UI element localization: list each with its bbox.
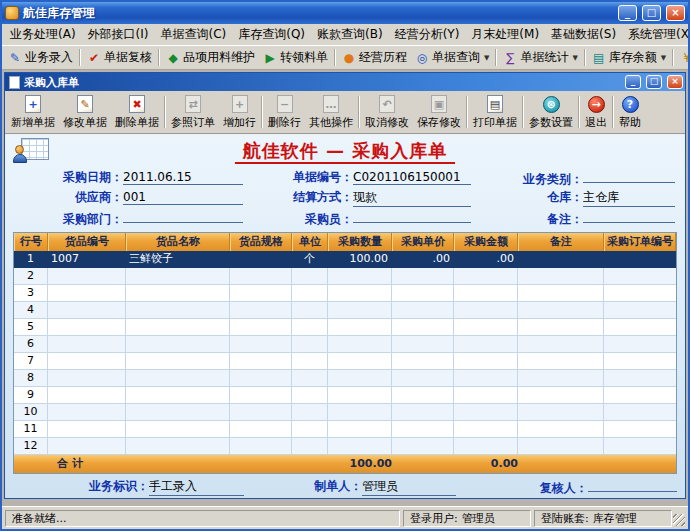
grid-cell-amount[interactable] [454, 353, 518, 370]
supplier-value[interactable]: 001 [123, 190, 243, 205]
grid-cell-rowno[interactable]: 10 [14, 404, 48, 421]
grid-cell-rowno[interactable]: 1 [14, 251, 48, 268]
maximize-button[interactable]: □ [642, 5, 661, 21]
toolbar-payable-balance[interactable]: ¥ 应付款余额 [676, 47, 688, 68]
menu-account-query[interactable]: 账款查询(B) [311, 24, 389, 45]
grid-cell-qty[interactable] [328, 268, 392, 285]
save-edit-button[interactable]: ▣ 保存修改 [413, 92, 465, 132]
grid-cell-amount[interactable] [454, 421, 518, 438]
grid-cell-amount[interactable] [454, 438, 518, 455]
grid-cell-price[interactable] [392, 438, 454, 455]
menu-external[interactable]: 外部接口(I) [82, 24, 155, 45]
grid-cell-remark[interactable] [518, 251, 604, 268]
grid-cell-code[interactable] [48, 285, 126, 302]
grid-cell-remark[interactable] [518, 404, 604, 421]
grid-cell-unit[interactable] [292, 336, 328, 353]
minimize-button[interactable]: _ [618, 5, 637, 21]
warehouse-value[interactable]: 主仓库 [583, 189, 675, 207]
grid-cell-code[interactable] [48, 319, 126, 336]
grid-cell-order-no[interactable] [604, 404, 676, 421]
grid-cell-name[interactable] [126, 387, 230, 404]
grid-cell-unit[interactable] [292, 353, 328, 370]
add-row-button[interactable]: + 增加行 [219, 92, 260, 132]
delete-row-button[interactable]: − 删除行 [264, 92, 305, 132]
grid-cell-spec[interactable] [230, 438, 292, 455]
grid-cell-price[interactable] [392, 404, 454, 421]
grid-cell-qty[interactable] [328, 285, 392, 302]
menu-doc-query[interactable]: 单据查询(C) [154, 24, 232, 45]
grid-cell-amount[interactable] [454, 404, 518, 421]
grid-cell-qty[interactable] [328, 387, 392, 404]
grid-cell-name[interactable]: 三鲜饺子 [126, 251, 230, 268]
grid-cell-spec[interactable] [230, 319, 292, 336]
grid-cell-rowno[interactable]: 2 [14, 268, 48, 285]
grid-cell-order-no[interactable] [604, 336, 676, 353]
grid-cell-amount[interactable] [454, 319, 518, 336]
grid-cell-order-no[interactable] [604, 251, 676, 268]
grid-cell-order-no[interactable] [604, 438, 676, 455]
grid-cell-price[interactable] [392, 336, 454, 353]
grid-cell-price[interactable] [392, 319, 454, 336]
grid-cell-unit[interactable] [292, 268, 328, 285]
menu-base-data[interactable]: 基础数据(S) [545, 24, 622, 45]
grid-cell-name[interactable] [126, 421, 230, 438]
menu-analysis[interactable]: 经营分析(Y) [389, 24, 466, 45]
grid-cell-name[interactable] [126, 319, 230, 336]
business-flag-value[interactable]: 手工录入 [149, 478, 244, 496]
grid-cell-rowno[interactable]: 6 [14, 336, 48, 353]
grid-cell-spec[interactable] [230, 370, 292, 387]
grid-cell-unit[interactable] [292, 302, 328, 319]
table-row[interactable]: 11 [14, 421, 676, 438]
grid-cell-spec[interactable] [230, 268, 292, 285]
toolbar-transfer-requisition[interactable]: ▶ 转领料单 [259, 47, 332, 68]
grid-cell-unit[interactable] [292, 387, 328, 404]
grid-cell-price[interactable] [392, 387, 454, 404]
new-doc-button[interactable]: + 新增单据 [7, 92, 59, 132]
table-row[interactable]: 10 [14, 404, 676, 421]
grid-cell-remark[interactable] [518, 438, 604, 455]
table-row[interactable]: 8 [14, 370, 676, 387]
grid-cell-order-no[interactable] [604, 421, 676, 438]
grid-cell-name[interactable] [126, 438, 230, 455]
grid-cell-spec[interactable] [230, 353, 292, 370]
grid-cell-code[interactable] [48, 268, 126, 285]
grid-cell-code[interactable] [48, 370, 126, 387]
grid-cell-price[interactable] [392, 268, 454, 285]
toolbar-business-entry[interactable]: ✎ 业务录入 [4, 47, 77, 68]
grid-cell-spec[interactable] [230, 404, 292, 421]
grid-cell-order-no[interactable] [604, 302, 676, 319]
grid-cell-code[interactable] [48, 302, 126, 319]
edit-doc-button[interactable]: ✎ 修改单据 [59, 92, 111, 132]
grid-cell-amount[interactable] [454, 268, 518, 285]
ref-order-button[interactable]: ⇄ 参照订单 [167, 92, 219, 132]
help-button[interactable]: ? 帮助 [615, 92, 645, 132]
grid-cell-spec[interactable] [230, 302, 292, 319]
grid-cell-qty[interactable]: 100.00 [328, 251, 392, 268]
grid-cell-remark[interactable] [518, 387, 604, 404]
purchase-dept-value[interactable] [123, 208, 243, 223]
grid-cell-rowno[interactable]: 7 [14, 353, 48, 370]
grid-cell-amount[interactable] [454, 285, 518, 302]
toolbar-doc-search[interactable]: ◎ 单据查询 ▼ [411, 47, 493, 68]
grid-cell-price[interactable]: .00 [392, 251, 454, 268]
grid-cell-unit[interactable] [292, 370, 328, 387]
grid-cell-remark[interactable] [518, 319, 604, 336]
doc-close-button[interactable]: × [667, 75, 683, 89]
table-row[interactable]: 7 [14, 353, 676, 370]
grid-cell-rowno[interactable]: 9 [14, 387, 48, 404]
dropdown-arrow-icon[interactable]: ▼ [572, 54, 577, 62]
grid-cell-code[interactable] [48, 438, 126, 455]
grid-cell-remark[interactable] [518, 370, 604, 387]
grid-cell-code[interactable] [48, 387, 126, 404]
grid-cell-spec[interactable] [230, 285, 292, 302]
settings-button[interactable]: ⊛ 参数设置 [525, 92, 577, 132]
remark-value[interactable] [583, 208, 675, 223]
grid-cell-remark[interactable] [518, 353, 604, 370]
grid-cell-qty[interactable] [328, 336, 392, 353]
grid-cell-name[interactable] [126, 302, 230, 319]
grid-cell-code[interactable]: 1007 [48, 251, 126, 268]
grid-cell-code[interactable] [48, 353, 126, 370]
grid-cell-rowno[interactable]: 8 [14, 370, 48, 387]
grid-cell-rowno[interactable]: 11 [14, 421, 48, 438]
table-row[interactable]: 6 [14, 336, 676, 353]
